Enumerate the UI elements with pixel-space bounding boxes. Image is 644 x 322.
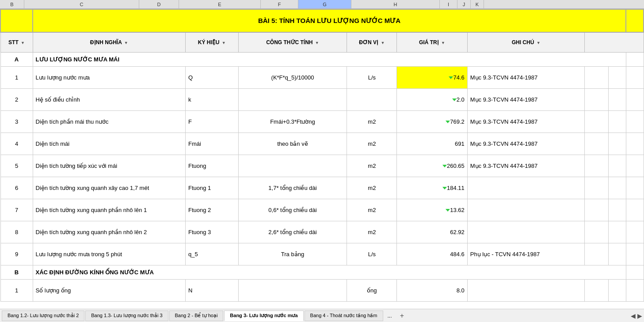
cell-0: 8 (0, 221, 33, 243)
cell-1: Diện tích tường xung quanh phần nhô lên … (33, 199, 185, 221)
tab-item[interactable]: Bang 2 - Bể tự hoại (169, 311, 224, 321)
cell-8 (608, 66, 626, 88)
table-row: 6Diện tích tường xung quanh xây cao 1,7 … (0, 177, 644, 199)
cell-1: Hệ số điều chỉnh (33, 88, 185, 110)
cell-3: theo bản vẽ (238, 133, 347, 155)
title-cell-empty (0, 9, 33, 32)
cell-0: 5 (0, 155, 33, 177)
table-row: 4Diện tích máiFmáitheo bản vẽm2691Mục 9.… (0, 133, 644, 155)
cell-0: 2 (0, 88, 33, 110)
header-dinh-nghia[interactable]: ĐỊNH NGHĨA ▼ (33, 32, 185, 52)
section-a-row: A LƯU LƯỢNG NƯỚC MƯA MÁI (0, 52, 644, 66)
title-cell-end (626, 9, 644, 32)
cell-1: Diện tích tường xung quanh xây cao 1,7 m… (33, 177, 185, 199)
header-don-vi[interactable]: ĐƠN VỊ ▼ (347, 32, 397, 52)
tab-add-button[interactable]: + (397, 311, 407, 321)
col-headers: B C D E F G H I J K (0, 0, 644, 9)
filter-icon-ky[interactable]: ▼ (222, 41, 226, 45)
filter-icon-don[interactable]: ▼ (381, 41, 385, 45)
cell-9 (626, 177, 644, 199)
cell-8 (608, 110, 626, 133)
col-h: H (351, 0, 440, 8)
cell-6 (467, 177, 585, 199)
section-b-title: XÁC ĐỊNH ĐƯỜNG KÍNH ỐNG NƯỚC MƯA (33, 265, 626, 279)
cell-7 (585, 243, 608, 265)
cell-5: 8.0 (397, 279, 467, 301)
tab-item[interactable]: Bang 1.3- Lưu lượng nước thải 3 (85, 311, 168, 321)
tab-item[interactable]: Bang 1.2- Lưu lượng nước thải 2 (2, 311, 84, 321)
filter-icon-cong[interactable]: ▼ (315, 41, 319, 45)
cell-4: m2 (347, 177, 397, 199)
cell-9 (626, 66, 644, 88)
cell-6 (467, 279, 585, 301)
filter-icon-gia[interactable]: ▼ (441, 41, 445, 45)
table-area: BÀI 5: TÍNH TOÁN LƯU LƯỢNG NƯỚC MƯA STT … (0, 9, 644, 309)
tab-nav-prev[interactable]: ◀ (631, 312, 636, 319)
cell-9 (626, 110, 644, 133)
cell-1: Lưu lượng nước mưa (33, 66, 185, 88)
cell-4: m2 (347, 199, 397, 221)
cell-2: F (186, 110, 239, 133)
tab-item[interactable]: Bang 3- Lưu lượng nước mưa (224, 311, 303, 321)
cell-2: k (186, 88, 239, 110)
table-row: 3Diện tích phần mái thu nướcFFmái+0.3*Ft… (0, 110, 644, 133)
tab-nav-next[interactable]: ▶ (637, 312, 642, 319)
cell-7 (585, 133, 608, 155)
cell-4: m2 (347, 221, 397, 243)
cell-2: Ftuong (186, 155, 239, 177)
cell-8 (608, 279, 626, 301)
title-row: BÀI 5: TÍNH TOÁN LƯU LƯỢNG NƯỚC MƯA (0, 9, 644, 32)
table-row: 1Lưu lượng nước mưaQ(K*F*q_5)/10000L/s74… (0, 66, 644, 88)
col-k: K (471, 0, 484, 8)
cell-2: Q (186, 66, 239, 88)
cell-7 (585, 199, 608, 221)
cell-4: m2 (347, 133, 397, 155)
cell-9 (626, 199, 644, 221)
header-ghi-chu[interactable]: GHI CHÚ ▼ (467, 32, 585, 52)
cell-9 (626, 221, 644, 243)
table-row: 2Hệ số điều chỉnhk2.0Mục 9.3-TCVN 4474-1… (0, 88, 644, 110)
filter-icon-stt[interactable]: ▼ (21, 41, 25, 45)
title-cell: BÀI 5: TÍNH TOÁN LƯU LƯỢNG NƯỚC MƯA (33, 9, 626, 32)
col-b: B (0, 0, 24, 8)
filter-icon-dinh[interactable]: ▼ (124, 41, 128, 45)
cell-9 (626, 243, 644, 265)
section-b-row: B XÁC ĐỊNH ĐƯỜNG KÍNH ỐNG NƯỚC MƯA (0, 265, 644, 279)
triangle-indicator (446, 121, 450, 123)
section-a-label: A (0, 52, 33, 66)
header-ky-hieu[interactable]: KÝ HIỆU ▼ (186, 32, 239, 52)
cell-6: Mục 9.3-TCVN 4474-1987 (467, 133, 585, 155)
cell-8 (608, 199, 626, 221)
cell-6: Mục 9.3-TCVN 4474-1987 (467, 110, 585, 133)
cell-9 (626, 155, 644, 177)
tab-bar: Bang 1.2- Lưu lượng nước thải 2Bang 1.3-… (0, 309, 644, 322)
tab-item[interactable]: Bang 4 - Thoát nước tầng hầm (305, 311, 383, 321)
cell-5: 62.92 (397, 221, 467, 243)
triangle-indicator (442, 187, 447, 189)
cell-5: 691 (397, 133, 467, 155)
header-gia-tri[interactable]: GIÁ TRỊ ▼ (397, 32, 467, 52)
cell-3: Fmái+0.3*Ftường (238, 110, 347, 133)
cell-3: Tra bảng (238, 243, 347, 265)
table-row: 9Lưu lượng nước mưa trong 5 phútq_5Tra b… (0, 243, 644, 265)
cell-2: q_5 (186, 243, 239, 265)
header-stt[interactable]: STT ▼ (0, 32, 33, 52)
main-table: BÀI 5: TÍNH TOÁN LƯU LƯỢNG NƯỚC MƯA STT … (0, 9, 644, 302)
table-row: 7Diện tích tường xung quanh phần nhô lên… (0, 199, 644, 221)
spreadsheet: B C D E F G H I J K (0, 0, 644, 322)
header-cong-thuc[interactable]: CÔNG THỨC TÍNH ▼ (238, 32, 347, 52)
triangle-indicator (449, 76, 453, 79)
cell-4: ống (347, 279, 397, 301)
cell-4 (347, 88, 397, 110)
cell-9 (626, 88, 644, 110)
tab-more[interactable]: ... (384, 311, 396, 321)
cell-4: L/s (347, 243, 397, 265)
filter-icon-ghi[interactable]: ▼ (537, 41, 541, 45)
cell-4: m2 (347, 155, 397, 177)
cell-5: 13.62 (397, 199, 467, 221)
cell-6 (467, 221, 585, 243)
table-row: 8Diện tích tường xung quanh phần nhô lên… (0, 221, 644, 243)
cell-0: 9 (0, 243, 33, 265)
col-j: J (457, 0, 471, 8)
tab-nav: ◀ ▶ (631, 312, 642, 319)
